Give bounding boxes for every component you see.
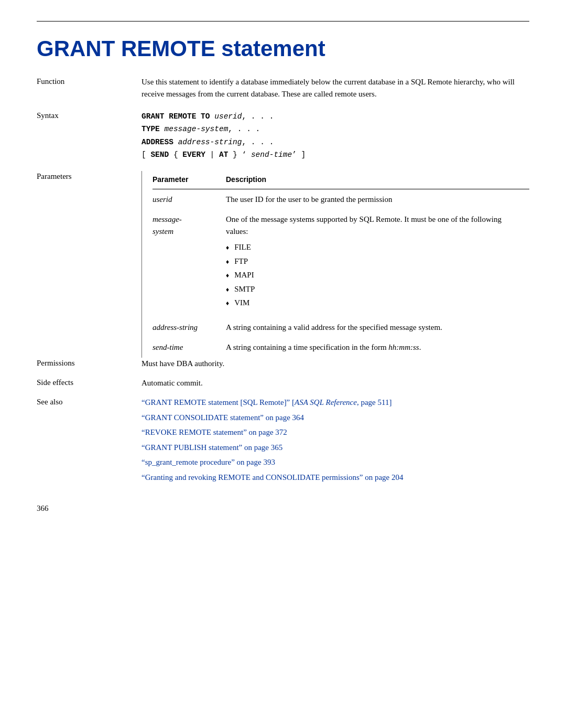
table-header-row: Parameter Description	[153, 171, 529, 189]
content-area: Function Use this statement to identify …	[37, 76, 529, 483]
see-also-link-1[interactable]: “GRANT REMOTE statement [SQL Remote]” [A…	[142, 397, 529, 409]
see-also-content: “GRANT REMOTE statement [SQL Remote]” [A…	[142, 397, 529, 483]
page-title: GRANT REMOTE statement	[37, 36, 529, 61]
permissions-text: Must have DBA authority.	[142, 358, 529, 370]
message-system-bullets: FILE FTP MAPI SMTP VIM	[226, 237, 523, 313]
see-also-section: See also “GRANT REMOTE statement [SQL Re…	[37, 397, 529, 483]
list-item: VIM	[226, 296, 523, 310]
params-table: Parameter Description userid The user ID…	[153, 171, 529, 358]
syntax-content: GRANT REMOTE TO userid, . . . TYPE messa…	[142, 110, 529, 162]
syntax-line-1: GRANT REMOTE TO userid, . . .	[142, 110, 529, 123]
hh-mm-ss: hh:mm:ss	[388, 343, 419, 351]
list-item: FTP	[226, 254, 523, 269]
syntax-it-2: message-system	[165, 125, 228, 133]
col-header-description: Description	[226, 171, 529, 189]
syntax-it-4: send-time	[251, 151, 292, 159]
function-section: Function Use this statement to identify …	[37, 76, 529, 101]
permissions-label: Permissions	[37, 358, 142, 368]
see-also-link-3[interactable]: “REVOKE REMOTE statement” on page 372	[142, 426, 529, 438]
table-row: address-string A string containing a val…	[153, 317, 529, 338]
see-also-link-6[interactable]: “Granting and revoking REMOTE and CONSOL…	[142, 472, 529, 484]
syntax-label: Syntax	[37, 110, 142, 120]
list-item: SMTP	[226, 282, 523, 296]
permissions-section: Permissions Must have DBA authority.	[37, 358, 529, 370]
syntax-line-3: ADDRESS address-string, . . .	[142, 136, 529, 149]
top-rule	[37, 21, 529, 22]
desc-address-string: A string containing a valid address for …	[226, 317, 529, 338]
parameters-section: Parameters Parameter Description userid …	[37, 171, 529, 358]
desc-userid: The user ID for the user to be granted t…	[226, 189, 529, 209]
syntax-line-4: [ SEND { EVERY | AT } ‘ send-time’ ]	[142, 148, 529, 162]
parameters-content: Parameter Description userid The user ID…	[142, 171, 529, 358]
see-also-label: See also	[37, 397, 142, 406]
syntax-kw-4: SEND	[150, 151, 169, 159]
syntax-kw-6: AT	[219, 151, 228, 159]
see-also-link-2[interactable]: “GRANT CONSOLIDATE statement” on page 36…	[142, 412, 529, 424]
syntax-line-2: TYPE message-system, . . .	[142, 123, 529, 136]
syntax-kw-3: ADDRESS	[142, 138, 173, 146]
syntax-kw-2: TYPE	[142, 125, 160, 133]
see-also-link-1-italic: ASA SQL Reference	[295, 398, 357, 406]
parameters-label: Parameters	[37, 171, 142, 181]
list-item: MAPI	[226, 268, 523, 282]
message-system-desc-text: One of the message systems supported by …	[226, 213, 523, 237]
list-item: FILE	[226, 240, 523, 254]
param-userid: userid	[153, 189, 226, 209]
param-message-system: message-system	[153, 209, 226, 317]
see-also-link-4[interactable]: “GRANT PUBLISH statement” on page 365	[142, 442, 529, 454]
syntax-kw-5: EVERY	[182, 151, 205, 159]
function-label: Function	[37, 76, 142, 86]
see-also-link-5[interactable]: “sp_grant_remote procedure” on page 393	[142, 456, 529, 468]
col-header-parameter: Parameter	[153, 171, 226, 189]
side-effects-label: Side effects	[37, 377, 142, 387]
syntax-section: Syntax GRANT REMOTE TO userid, . . . TYP…	[37, 110, 529, 162]
syntax-kw-1: GRANT REMOTE TO	[142, 112, 210, 121]
syntax-it-1: userid	[214, 112, 242, 121]
syntax-it-3: address-string	[178, 138, 242, 146]
side-effects-text: Automatic commit.	[142, 377, 529, 389]
function-text: Use this statement to identify a databas…	[142, 76, 529, 101]
param-address-string: address-string	[153, 317, 226, 338]
param-send-time: send-time	[153, 337, 226, 358]
desc-message-system: One of the message systems supported by …	[226, 209, 529, 317]
table-row: userid The user ID for the user to be gr…	[153, 189, 529, 209]
params-table-wrapper: Parameter Description userid The user ID…	[142, 171, 529, 358]
desc-send-time: A string containing a time specification…	[226, 337, 529, 358]
side-effects-section: Side effects Automatic commit.	[37, 377, 529, 389]
page-number: 366	[37, 504, 529, 513]
table-row: message-system One of the message system…	[153, 209, 529, 317]
table-row: send-time A string containing a time spe…	[153, 337, 529, 358]
